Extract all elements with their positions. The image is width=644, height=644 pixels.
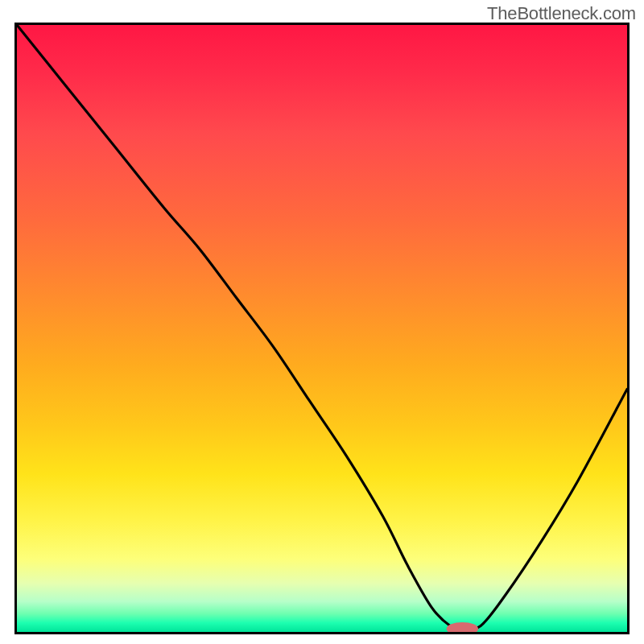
trough-marker: [447, 622, 478, 632]
chart-frame: TheBottleneck.com: [0, 0, 644, 644]
plot-area: [14, 23, 630, 634]
curve-layer: [17, 25, 627, 632]
watermark-text: TheBottleneck.com: [487, 3, 636, 24]
bottleneck-curve: [17, 25, 627, 630]
